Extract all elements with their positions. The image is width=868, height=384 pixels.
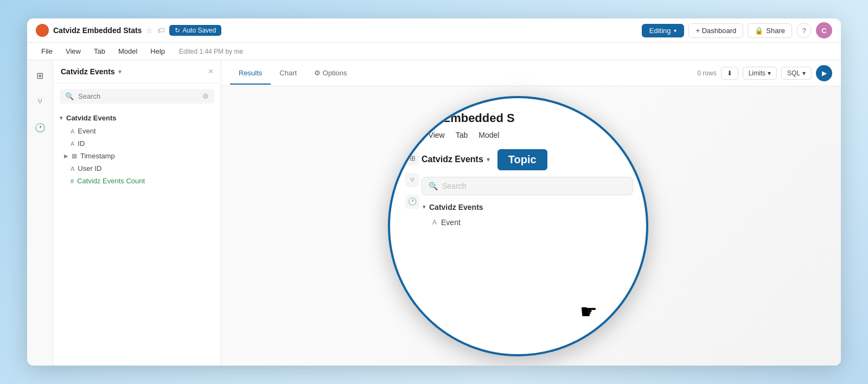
menu-model[interactable]: Model: [113, 45, 143, 57]
menu-view[interactable]: View: [60, 45, 86, 57]
tree-toggle-icon: ▾: [60, 114, 63, 121]
magnify-menu-view[interactable]: View: [429, 131, 445, 139]
panel-title-btn[interactable]: Catvidz Events ▾: [61, 67, 122, 76]
magnify-sidebar-icons: ⊞ ⑂ 🕐: [403, 149, 422, 341]
panel-close-button[interactable]: ×: [208, 67, 213, 76]
editing-button[interactable]: Editing ▾: [642, 24, 685, 37]
lock-icon: 🔒: [755, 27, 763, 35]
options-label: Options: [323, 69, 347, 77]
main-window: Catvidz Embedded Stats ☆ 🏷 Auto Saved Ed…: [27, 18, 841, 366]
text-field-icon: A: [71, 128, 74, 135]
limits-label: Limits: [749, 69, 765, 77]
editing-label: Editing: [649, 27, 671, 35]
title-bar: Catvidz Embedded Stats ☆ 🏷 Auto Saved Ed…: [27, 18, 841, 43]
magnify-menu-file[interactable]: File: [405, 131, 418, 139]
tab-chart[interactable]: Chart: [271, 62, 305, 85]
magnify-menu-model[interactable]: Model: [478, 131, 499, 139]
magnify-text-field-icon: A: [432, 219, 437, 226]
limits-chevron-icon: ▾: [768, 69, 771, 77]
magnify-tree-group: ▾ Catvidz Events: [422, 203, 633, 212]
expand-arrow-icon: ▶: [64, 153, 68, 159]
magnify-panel-area: ⊞ ⑂ 🕐 Catvidz Events ▾: [403, 149, 633, 341]
magnify-search-box: 🔍 Search: [422, 177, 633, 195]
field-count-label: Catvidz Events Count: [77, 177, 145, 185]
filter-icon[interactable]: ⚙: [202, 92, 209, 100]
share-label: Share: [766, 27, 785, 35]
content-area: ⊞ ⑂ 🕐 Catvidz Events ▾ × 🔍 ⚙ ▾ Ca: [27, 60, 841, 366]
edited-status: Edited 1:44 PM by me: [179, 48, 243, 55]
magnify-panel-chevron-icon: ▾: [487, 156, 490, 163]
magnify-panel: Catvidz Events ▾ Topic 🔍 Search: [422, 149, 633, 341]
magnify-menu-tab[interactable]: Tab: [456, 131, 468, 139]
empty-area: … atvidz Embedded S File View: [221, 86, 841, 366]
field-timestamp-label: Timestamp: [80, 152, 115, 160]
magnify-content: atvidz Embedded S File View Tab Model: [390, 98, 646, 354]
app-logo: [36, 24, 49, 37]
auto-saved-button[interactable]: Auto Saved: [169, 25, 221, 36]
topic-badge: Topic: [497, 149, 547, 170]
magnify-data-model-icon[interactable]: ⑂: [405, 173, 419, 187]
avatar[interactable]: C: [816, 22, 832, 39]
menu-bar: File View Tab Model Help Edited 1:44 PM …: [27, 43, 841, 60]
sql-label: SQL: [787, 69, 800, 77]
magnify-tree-toggle-icon: ▾: [423, 203, 426, 210]
query-tabs: Results Chart ⚙ Options 0 rows ⬇ Limits …: [221, 60, 841, 86]
text-field-icon: A: [71, 140, 74, 147]
field-userid-label: User ID: [78, 164, 101, 172]
sidebar-toggle-icon[interactable]: ⊞: [31, 67, 49, 84]
query-toolbar-right: 0 rows ⬇ Limits ▾ SQL ▾ ▶: [697, 65, 832, 81]
magnify-event-label: Event: [441, 218, 461, 227]
magnify-title-text: atvidz Embedded S: [405, 111, 515, 125]
tree-group-label: Catvidz Events: [66, 114, 116, 122]
list-item[interactable]: A User ID: [53, 162, 221, 175]
download-button[interactable]: ⬇: [721, 67, 738, 80]
tree-group-catvidz-events[interactable]: ▾ Catvidz Events: [53, 111, 221, 125]
left-panel: Catvidz Events ▾ × 🔍 ⚙ ▾ Catvidz Events …: [53, 60, 221, 366]
magnify-panel-header: Catvidz Events ▾ Topic: [422, 149, 633, 170]
main-content: Results Chart ⚙ Options 0 rows ⬇ Limits …: [221, 60, 841, 366]
tree-section: ▾ Catvidz Events A Event A ID ▶ ▦ Times: [53, 109, 221, 366]
dashboard-button[interactable]: + Dashboard: [688, 23, 743, 38]
sidebar-icons: ⊞ ⑂ 🕐: [27, 60, 53, 366]
menu-help[interactable]: Help: [145, 45, 170, 57]
run-button[interactable]: ▶: [816, 65, 832, 81]
tab-results[interactable]: Results: [230, 62, 271, 85]
magnify-clip: atvidz Embedded S File View Tab Model: [390, 98, 646, 354]
field-event-label: Event: [78, 127, 95, 135]
sql-button[interactable]: SQL ▾: [781, 67, 812, 80]
magnify-overlay: atvidz Embedded S File View Tab Model: [388, 96, 648, 356]
search-icon: 🔍: [65, 92, 74, 100]
search-input[interactable]: [78, 92, 198, 100]
share-button[interactable]: 🔒 Share: [748, 23, 792, 38]
editing-chevron-icon: ▾: [674, 28, 676, 34]
count-field-icon: #: [71, 178, 74, 184]
table-icon: ▦: [72, 152, 77, 159]
list-item[interactable]: # Catvidz Events Count: [53, 175, 221, 187]
magnify-tree-group-label: Catvidz Events: [429, 203, 483, 212]
limits-button[interactable]: Limits ▾: [743, 67, 777, 80]
field-id-label: ID: [78, 139, 85, 148]
magnify-list-item[interactable]: A Event: [422, 216, 633, 229]
help-button[interactable]: ?: [796, 23, 812, 38]
magnify-search-icon: 🔍: [429, 182, 438, 190]
list-item[interactable]: ▶ ▦ Timestamp: [53, 150, 221, 162]
magnify-panel-title: Catvidz Events: [422, 155, 483, 164]
data-model-icon[interactable]: ⑂: [31, 93, 49, 110]
list-item[interactable]: A Event: [53, 125, 221, 137]
magnify-sidebar-toggle-icon[interactable]: ⊞: [405, 151, 419, 165]
panel-chevron-icon: ▾: [118, 68, 122, 75]
tab-options[interactable]: ⚙ Options: [305, 62, 355, 85]
star-icon[interactable]: ☆: [146, 26, 153, 35]
search-box: 🔍 ⚙: [60, 89, 214, 104]
sql-chevron-icon: ▾: [802, 69, 806, 77]
panel-header: Catvidz Events ▾ ×: [53, 60, 221, 84]
panel-title-text: Catvidz Events: [61, 67, 115, 76]
magnify-history-icon[interactable]: 🕐: [405, 195, 419, 209]
menu-tab[interactable]: Tab: [88, 45, 111, 57]
tag-icon[interactable]: 🏷: [157, 26, 165, 35]
window-title: Catvidz Embedded Stats: [53, 26, 142, 35]
history-icon[interactable]: 🕐: [31, 119, 49, 136]
menu-file[interactable]: File: [36, 45, 58, 57]
list-item[interactable]: A ID: [53, 137, 221, 150]
text-field-icon: A: [71, 165, 74, 172]
